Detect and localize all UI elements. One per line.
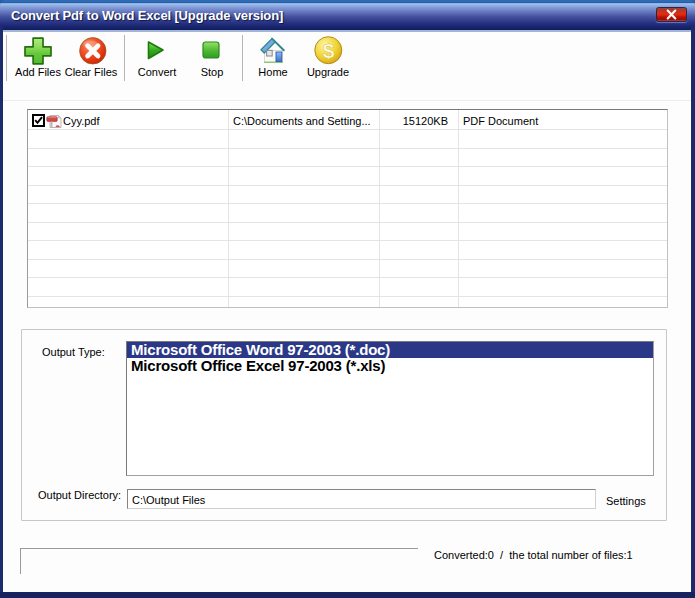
svg-text:$: $ [323,39,335,62]
